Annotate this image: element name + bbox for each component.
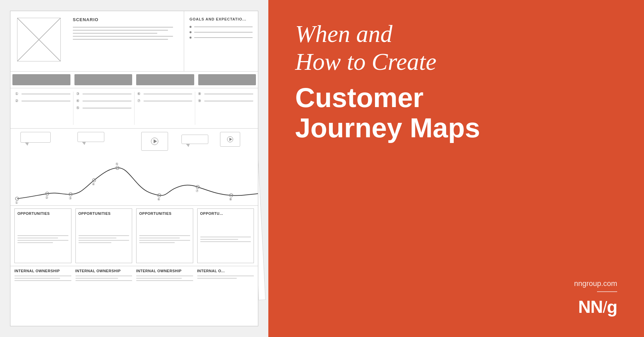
opp-lines <box>139 218 190 260</box>
svg-text:④: ④ <box>92 182 95 186</box>
speech-bubble-3 <box>181 135 208 144</box>
step-line <box>83 101 131 101</box>
step-line <box>21 94 70 94</box>
emotion-curve: ① ② ③ ④ ⑤ ⑥ ⑦ ⑧ <box>10 158 258 205</box>
step-item: ③ <box>76 92 131 96</box>
opp-line <box>139 238 180 238</box>
opp-title: OPPORTUNITIES <box>17 211 68 215</box>
nn-url: nngroup.com <box>574 279 617 288</box>
step-line <box>144 94 193 94</box>
own-lines <box>197 276 254 279</box>
own-line <box>14 278 60 279</box>
step-line <box>204 94 253 94</box>
image-placeholder <box>17 18 61 61</box>
title-line-how-to-create: How to Create <box>295 48 617 76</box>
line <box>73 30 168 31</box>
opp-line <box>78 240 129 241</box>
own-cell-3: INTERNAL OWNERSHIP <box>136 269 193 304</box>
bullet-icon <box>190 31 192 33</box>
step-item: ⑨ <box>198 99 253 103</box>
phase-cell <box>136 74 194 85</box>
opp-title: OPPORTUNITIES <box>78 211 129 215</box>
opp-cell-4: OPPORTU... <box>197 208 254 263</box>
svg-text:⑧: ⑧ <box>229 197 232 201</box>
own-line <box>136 280 193 281</box>
opp-line <box>200 237 251 237</box>
goals-block: GOALS AND EXPECTATIO... <box>184 11 258 71</box>
right-panel: When and How to Create Customer Journey … <box>268 0 644 337</box>
internal-ownership-title-partial: INTERNAL O... <box>197 269 254 273</box>
own-lines <box>136 276 193 281</box>
section-top: SCENARIO GOALS AND EXPECTATIO... <box>10 11 258 71</box>
speech-bubble-2 <box>77 132 104 142</box>
own-line <box>14 280 71 281</box>
step-item: ⑥ <box>137 92 193 96</box>
bullet-icon <box>190 26 192 28</box>
bullet-item <box>190 37 253 39</box>
own-line <box>197 276 254 276</box>
internal-ownership-title: INTERNAL OWNERSHIP <box>136 269 193 273</box>
own-cell-1: INTERNAL OWNERSHIP <box>14 269 71 304</box>
card-front: SCENARIO GOALS AND EXPECTATIO... <box>10 11 258 326</box>
opp-line <box>17 235 68 236</box>
step-num: ⑧ <box>198 92 203 96</box>
own-line <box>136 276 193 276</box>
opp-cell-1: OPPORTUNITIES <box>14 208 71 263</box>
own-line <box>14 276 71 276</box>
step-line <box>204 101 253 101</box>
bullet-text <box>194 37 253 38</box>
opp-line <box>200 241 251 242</box>
step-num: ⑥ <box>137 92 142 96</box>
own-line <box>75 278 118 279</box>
phase-row <box>10 71 258 88</box>
svg-text:⑦: ⑦ <box>196 189 199 193</box>
step-num: ⑨ <box>198 99 203 103</box>
opp-line <box>78 242 111 243</box>
opp-line <box>139 242 175 243</box>
line <box>73 33 157 34</box>
play-icon-2 <box>227 136 233 142</box>
step-item: ④ <box>76 99 131 103</box>
own-line <box>75 276 132 276</box>
nn-divider <box>597 291 617 292</box>
nn-logo-g: g <box>607 297 617 317</box>
opp-cell-3: OPPORTUNITIES <box>136 208 193 263</box>
bullet-item <box>190 31 253 33</box>
own-lines <box>75 276 132 281</box>
opp-lines <box>78 218 129 260</box>
steps-row: ① ② ③ ④ <box>10 88 258 129</box>
title-line-when-and: When and <box>295 20 617 48</box>
line <box>73 36 173 37</box>
opp-line <box>78 238 117 238</box>
opp-title: OPPORTUNITIES <box>139 211 190 215</box>
svg-text:⑤: ⑤ <box>115 162 118 166</box>
speech-bubble-1 <box>20 132 51 143</box>
step-num: ④ <box>76 99 81 103</box>
step-line <box>83 108 131 108</box>
phase-cell <box>74 74 132 85</box>
wireframe-stack: SCENARIO GOALS AND EXPECTATIO... <box>7 7 262 330</box>
opp-line <box>139 235 190 236</box>
video-thumb-1 <box>141 132 168 151</box>
phase-cell <box>198 74 256 85</box>
video-thumb-2 <box>220 132 240 147</box>
own-line <box>136 278 182 279</box>
branding-block: nngroup.com NN/g <box>295 279 617 317</box>
bullet-icon <box>190 37 192 39</box>
own-cell-2: INTERNAL OWNERSHIP <box>75 269 132 304</box>
opp-title-partial: OPPORTU... <box>200 211 251 215</box>
svg-text:②: ② <box>45 196 48 199</box>
scenario-title: SCENARIO <box>73 17 178 22</box>
emotion-row: ① ② ③ ④ ⑤ ⑥ ⑦ ⑧ <box>10 129 258 206</box>
step-num: ① <box>15 92 20 96</box>
play-icon <box>151 138 158 145</box>
steps-col: ① ② <box>12 92 73 125</box>
steps-col: ③ ④ ⑤ <box>73 92 135 125</box>
step-item: ⑧ <box>198 92 253 96</box>
nn-logo-slash: / <box>603 298 607 316</box>
phase-cell <box>12 74 70 85</box>
own-line <box>75 280 132 281</box>
own-line <box>197 278 237 279</box>
step-num: ⑦ <box>137 99 142 103</box>
scenario-block: SCENARIO <box>67 11 184 71</box>
